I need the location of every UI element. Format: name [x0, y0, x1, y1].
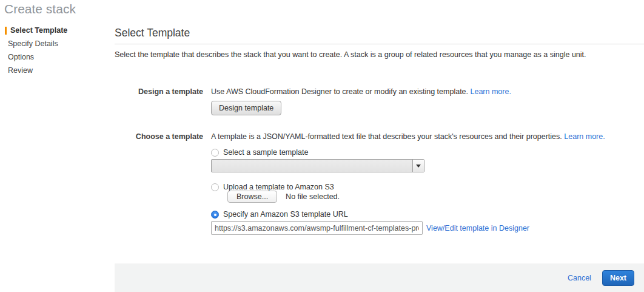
- design-a-template-label: Design a template: [115, 87, 203, 96]
- browse-button[interactable]: Browse...: [227, 191, 277, 203]
- wizard-footer: Cancel Next: [115, 263, 644, 292]
- step-review[interactable]: Review: [5, 67, 108, 75]
- sample-template-radio-label: Select a sample template: [223, 148, 308, 157]
- design-template-button[interactable]: Design template: [211, 101, 281, 115]
- step-select-template[interactable]: Select Template: [5, 27, 108, 35]
- step-options[interactable]: Options: [5, 53, 108, 61]
- upload-template-radio[interactable]: [211, 183, 219, 191]
- upload-template-radio-label: Upload a template to Amazon S3: [223, 183, 334, 191]
- file-upload-row: Browse... No file selected.: [227, 191, 340, 203]
- select-dropdown-arrow-icon[interactable]: [412, 160, 424, 172]
- wizard-step-nav: Select Template Specify Details Options …: [5, 27, 108, 80]
- page-title: Create stack: [4, 2, 76, 16]
- specify-url-radio[interactable]: [211, 211, 219, 219]
- design-text: Use AWS CloudFormation Designer to creat…: [211, 87, 468, 96]
- template-url-row: View/Edit template in Designer: [211, 221, 529, 235]
- radio-row-sample-template[interactable]: Select a sample template: [211, 148, 308, 157]
- design-learn-more-link[interactable]: Learn more.: [471, 87, 511, 96]
- cancel-link[interactable]: Cancel: [568, 274, 591, 282]
- section-description: Select the template that describes the s…: [115, 50, 638, 59]
- design-a-template-text: Use AWS CloudFormation Designer to creat…: [211, 87, 638, 96]
- step-specify-details[interactable]: Specify Details: [5, 40, 108, 48]
- sample-template-radio[interactable]: [211, 149, 219, 157]
- no-file-selected-text: No file selected.: [286, 192, 340, 201]
- template-url-input[interactable]: [211, 221, 423, 235]
- next-button[interactable]: Next: [602, 270, 634, 286]
- view-edit-in-designer-link[interactable]: View/Edit template in Designer: [426, 224, 529, 233]
- choose-a-template-label: Choose a template: [115, 132, 203, 141]
- choose-text: A template is a JSON/YAML-formatted text…: [211, 132, 562, 141]
- main-panel: Select Template Select the template that…: [115, 0, 644, 292]
- choose-learn-more-link[interactable]: Learn more.: [564, 132, 605, 141]
- sample-template-select[interactable]: [211, 159, 424, 172]
- radio-row-upload-template[interactable]: Upload a template to Amazon S3: [211, 183, 334, 191]
- radio-row-specify-url[interactable]: Specify an Amazon S3 template URL: [211, 210, 348, 219]
- choose-a-template-text: A template is a JSON/YAML-formatted text…: [211, 132, 638, 141]
- heading-divider: [115, 44, 644, 44]
- section-heading: Select Template: [115, 27, 190, 39]
- specify-url-radio-label: Specify an Amazon S3 template URL: [223, 210, 348, 219]
